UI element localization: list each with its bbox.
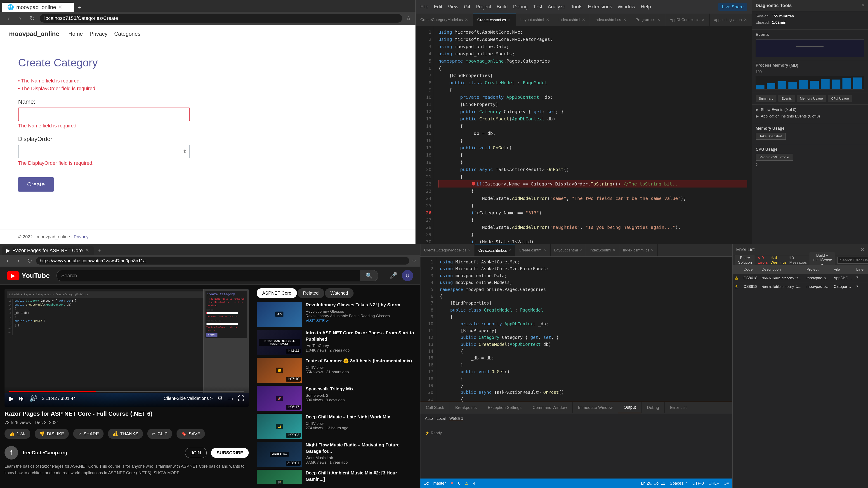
forward-btn[interactable]: › [16, 14, 24, 22]
yt-user-avatar[interactable]: U [402, 270, 413, 281]
menu-file[interactable]: File [421, 4, 428, 10]
progress-bar-container[interactable] [9, 391, 244, 392]
tab-create-cshtml[interactable]: Create.cshtml.cs ✕ [473, 13, 516, 26]
tab-createcategorymodel[interactable]: CreateCategoryModel.cs ✕ [416, 13, 473, 26]
btab-create-cshtml-cs[interactable]: Create.cshtml.cs ✕ [475, 244, 515, 256]
yt-search-btn[interactable]: 🔍 [360, 270, 378, 281]
yt-mic-icon[interactable]: 🎤 [390, 272, 397, 279]
panel-tab-output[interactable]: Output [618, 402, 642, 413]
tab-close-5[interactable]: ✕ [657, 18, 660, 22]
yt-star-icon[interactable]: ☆ [412, 258, 416, 264]
tab-appsettings[interactable]: appsettings.json ✕ [710, 13, 752, 26]
tab-close-3[interactable]: ✕ [582, 18, 585, 22]
yt-tab-active[interactable]: ▶ Razor Pages for ASP NET Core ✕ [2, 246, 94, 255]
btab-close-5[interactable]: ✕ [651, 248, 654, 252]
tab-close-0[interactable]: ✕ [465, 18, 468, 22]
cursor-position[interactable]: Ln 26, Col 11 [641, 481, 665, 486]
diag-tab-cpu[interactable]: CPU Usage [828, 95, 852, 102]
save-btn[interactable]: 🔖 SAVE [177, 429, 205, 439]
clip-btn[interactable]: ✂ CLIP [147, 429, 172, 439]
menu-debug[interactable]: Debug [513, 4, 528, 10]
btab-close-4[interactable]: ✕ [613, 248, 616, 252]
watch-1[interactable]: Watch 1 [450, 416, 463, 421]
yt-back-btn[interactable]: ‹ [4, 257, 12, 265]
new-tab-btn[interactable]: + [74, 3, 86, 12]
rec-item-2[interactable]: 🌞 1:07:10 Taste of Summer 🌞 8oft beats (… [257, 358, 416, 383]
el-row-0[interactable]: ⚠ CS8618 Non-nullable property 'Category… [733, 274, 868, 283]
menu-test[interactable]: Test [533, 4, 542, 10]
address-input[interactable] [40, 14, 402, 23]
el-row-1[interactable]: ⚠ CS8618 Non-nullable property 'Category… [733, 283, 868, 291]
btab-index-cshtml[interactable]: Index.cshtml ✕ [586, 244, 619, 256]
tab-index-cs[interactable]: Index.cshtml.cs ✕ [590, 13, 631, 26]
reload-btn[interactable]: ↻ [28, 14, 36, 22]
nav-home[interactable]: Home [68, 31, 83, 37]
rec-visit-0[interactable]: VISIT SITE ↗ [306, 318, 416, 323]
rec-item-5[interactable]: NIGHT FLOW 3:28:01 Night Flow Music Radi… [257, 442, 416, 467]
el-col-header-proj[interactable]: Project [805, 267, 832, 272]
tab-close-6[interactable]: ✕ [702, 18, 705, 22]
diag-app-insights[interactable]: Application Insights Events (0 of 0) [761, 114, 820, 119]
btab-createcategorymodel[interactable]: CreateCategoryModel.cs ✕ [421, 244, 475, 256]
menu-help[interactable]: Help [641, 4, 651, 10]
menu-git[interactable]: Git [464, 4, 470, 10]
bottom-code[interactable]: using Microsoft.AspNetCore.Mvc; using Mi… [436, 257, 733, 402]
like-btn[interactable]: 👍 1.3K [4, 429, 30, 439]
watch-local[interactable]: Local [436, 416, 446, 421]
skip-btn[interactable]: ⏭ [19, 395, 25, 402]
btab-close-1[interactable]: ✕ [508, 248, 511, 253]
tab-program[interactable]: Program.cs ✕ [631, 13, 665, 26]
panel-tab-errorlist[interactable]: Error List [664, 402, 692, 413]
menu-window[interactable]: Window [618, 4, 635, 10]
theater-btn[interactable]: ▭ [227, 395, 233, 402]
tab-close-2[interactable]: ✕ [546, 18, 549, 22]
errors-count[interactable]: 0 [458, 481, 460, 486]
git-branch[interactable]: master [433, 481, 446, 486]
play-btn[interactable]: ▶ [9, 395, 14, 402]
tab-close-btn[interactable]: ✕ [58, 4, 62, 10]
rec-item-3[interactable]: 🚀 1:56:17 Spacewalk Trilogy Mix Somerwor… [257, 386, 416, 411]
el-col-header-desc[interactable]: Description [760, 267, 805, 272]
diag-tab-memory[interactable]: Memory Usage [797, 95, 826, 102]
encoding[interactable]: UTF-8 [692, 481, 704, 486]
back-btn[interactable]: ‹ [4, 14, 13, 22]
subscribe-btn[interactable]: SUBSCRIBE [211, 448, 249, 458]
volume-btn[interactable]: 🔊 [29, 395, 37, 402]
diag-tab-events[interactable]: Events [778, 95, 795, 102]
live-share-btn[interactable]: Live Share [718, 3, 747, 11]
tab-layout[interactable]: Layout.cshtml ✕ [516, 13, 554, 26]
yt-reload-btn[interactable]: ↻ [25, 257, 33, 265]
diag-close[interactable]: ✕ [862, 3, 864, 8]
fullscreen-btn[interactable]: ⛶ [238, 395, 244, 402]
btab-create-cshtml[interactable]: Create.cshtml ✕ [515, 244, 551, 256]
subtitle-label[interactable]: Client-Side Validations > [164, 396, 213, 401]
el-search-input[interactable] [837, 257, 868, 264]
rec-item-0[interactable]: AD Revolutionary Glasses Takes NZ! | by … [257, 302, 416, 327]
settings-btn[interactable]: ⚙ [217, 395, 223, 402]
rec-item-6[interactable]: 🎮 3:04:42 Deep Chill / Ambient Music Mix… [257, 470, 416, 484]
btab-close-3[interactable]: ✕ [579, 248, 582, 252]
panel-tab-callstack[interactable]: Call Stack [421, 402, 450, 413]
watch-auto[interactable]: Auto [425, 416, 433, 421]
tab-close-4[interactable]: ✕ [623, 18, 626, 22]
create-button[interactable]: Create [18, 177, 54, 192]
btab-close-0[interactable]: ✕ [468, 248, 471, 252]
diag-tab-summary[interactable]: Summary [756, 95, 776, 102]
btab-layout[interactable]: Layout.cshtml ✕ [551, 244, 586, 256]
panel-tab-immediate[interactable]: Immediate Window [572, 402, 618, 413]
panel-tab-command[interactable]: Command Window [527, 402, 572, 413]
take-snapshot-btn[interactable]: Take Snapshot [756, 133, 786, 140]
rec-item-1[interactable]: INTRO TO ASP NET CORE RAZOR PAGES 1:14:4… [257, 330, 416, 355]
el-scope-btn[interactable]: Entire Solution [735, 255, 754, 266]
dislike-btn[interactable]: 👎 DISLIKE [35, 429, 69, 439]
nav-categories[interactable]: Categories [114, 31, 141, 37]
sidebar-tab-watched[interactable]: Watched [325, 288, 353, 298]
tab-index-cshtml[interactable]: Index.cshtml ✕ [554, 13, 590, 26]
el-close[interactable]: ✕ [861, 247, 864, 252]
displayorder-input[interactable] [18, 145, 190, 158]
el-col-header-line[interactable]: Line [855, 267, 868, 272]
record-cpu-btn[interactable]: Record CPU Profile [756, 154, 793, 161]
yt-new-tab-btn[interactable]: + [94, 247, 105, 255]
panel-tab-exceptions[interactable]: Exception Settings [483, 402, 527, 413]
btab-index-cs[interactable]: Index.cshtml.cs ✕ [619, 244, 657, 256]
